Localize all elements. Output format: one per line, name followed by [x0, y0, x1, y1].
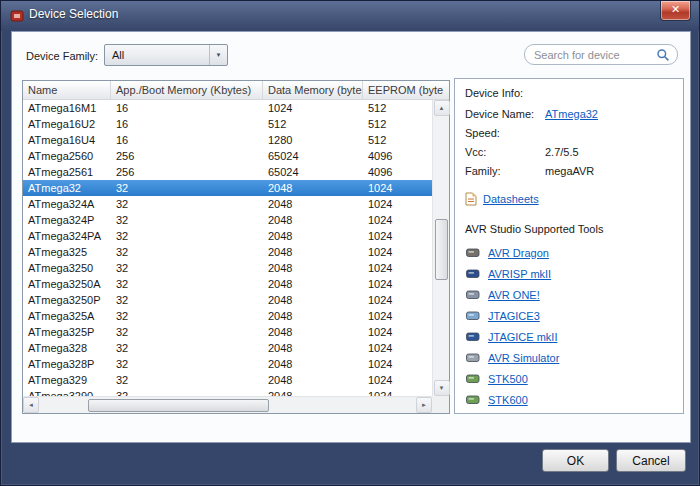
table-cell: ATmega325P: [23, 324, 111, 340]
search-input[interactable]: [534, 49, 656, 61]
info-field-row: Device Name:ATmega32: [465, 107, 673, 126]
table-cell: ATmega3250: [23, 260, 111, 276]
table-cell: 1024: [363, 356, 432, 372]
scroll-down-button[interactable]: ▼: [434, 380, 450, 396]
device-name-link[interactable]: ATmega32: [545, 107, 673, 126]
tool-link[interactable]: AVRISP mkII: [488, 268, 551, 280]
table-row[interactable]: ATmega2560256650244096: [23, 148, 432, 164]
table-row[interactable]: ATmega3250P3220481024: [23, 292, 432, 308]
table-cell: ATmega328: [23, 340, 111, 356]
scroll-left-icon: ◄: [28, 402, 34, 408]
table-cell: 2048: [263, 340, 363, 356]
table-row[interactable]: ATmega16U4161280512: [23, 132, 432, 148]
tool-link[interactable]: JTAGICE3: [488, 310, 540, 322]
table-cell: 32: [111, 212, 263, 228]
tool-link[interactable]: STK500: [488, 373, 528, 385]
device-info-panel: Device Info: Device Name:ATmega32Speed:V…: [454, 78, 684, 414]
table-cell: ATmega324P: [23, 212, 111, 228]
table-cell: 32: [111, 308, 263, 324]
column-header[interactable]: Name: [23, 81, 111, 99]
table-row[interactable]: ATmega3253220481024: [23, 244, 432, 260]
table-cell: 2048: [263, 228, 363, 244]
table-cell: 2048: [263, 244, 363, 260]
table-row[interactable]: ATmega32503220481024: [23, 260, 432, 276]
cancel-button[interactable]: Cancel: [616, 449, 686, 472]
table-cell: 256: [111, 148, 263, 164]
table-cell: 1024: [363, 324, 432, 340]
tool-link[interactable]: JTAGICE mkII: [488, 331, 557, 343]
scroll-left-button[interactable]: ◄: [23, 397, 39, 413]
table-cell: 32: [111, 292, 263, 308]
tool-item: JTAGICE3: [465, 305, 673, 326]
tool-link[interactable]: AVR ONE!: [488, 289, 540, 301]
horizontal-scroll-track[interactable]: [39, 397, 416, 413]
tool-link[interactable]: AVR Dragon: [488, 247, 549, 259]
table-row[interactable]: ATmega16U216512512: [23, 116, 432, 132]
info-field-label: Vcc:: [465, 145, 545, 164]
jtagice3-icon: [465, 309, 481, 322]
info-field-label: Speed:: [465, 126, 545, 145]
table-row[interactable]: ATmega3283220481024: [23, 340, 432, 356]
table-row[interactable]: ATmega324A3220481024: [23, 196, 432, 212]
table-row[interactable]: ATmega16M1161024512: [23, 100, 432, 116]
table-row[interactable]: ATmega3250A3220481024: [23, 276, 432, 292]
table-cell: 1024: [363, 308, 432, 324]
tool-link[interactable]: STK600: [488, 394, 528, 406]
vertical-scroll-track[interactable]: [433, 116, 449, 380]
chevron-down-icon: ▼: [209, 45, 227, 65]
horizontal-scrollbar[interactable]: ◄ ►: [23, 396, 432, 413]
tool-item: AVRISP mkII: [465, 263, 673, 284]
table-cell: 32: [111, 356, 263, 372]
info-fields: Device Name:ATmega32Speed:Vcc:2.7/5.5Fam…: [465, 107, 673, 183]
column-header[interactable]: EEPROM (byte: [363, 81, 449, 99]
table-row[interactable]: ATmega323220481024: [23, 180, 432, 196]
info-field-value: megaAVR: [545, 164, 673, 183]
scroll-right-icon: ►: [421, 402, 427, 408]
table-cell: 65024: [263, 164, 363, 180]
table-cell: 1024: [363, 372, 432, 388]
column-header[interactable]: Data Memory (bytes): [263, 81, 363, 99]
scroll-up-button[interactable]: ▲: [434, 100, 450, 116]
close-icon: ✕: [671, 3, 680, 15]
table-row[interactable]: ATmega2561256650244096: [23, 164, 432, 180]
table-row[interactable]: ATmega324PA3220481024: [23, 228, 432, 244]
table-cell: 32: [111, 196, 263, 212]
info-field-row: Vcc:2.7/5.5: [465, 145, 673, 164]
horizontal-scroll-thumb[interactable]: [88, 399, 269, 412]
device-info-title: Device Info:: [465, 87, 673, 99]
table-cell: 1024: [363, 276, 432, 292]
table-cell: 16: [111, 132, 263, 148]
avr-dragon-icon: [465, 246, 481, 259]
column-header[interactable]: App./Boot Memory (Kbytes): [111, 81, 263, 99]
dialog-content: Device Family: All ▼ NameApp./Boot Memor…: [11, 31, 691, 443]
search-icon[interactable]: [656, 48, 670, 62]
tool-link[interactable]: AVR Simulator: [488, 352, 559, 364]
table-cell: 512: [263, 116, 363, 132]
jtagice-mkii-icon: [465, 330, 481, 343]
table-cell: ATmega32: [23, 180, 111, 196]
scrollbar-corner: [432, 396, 449, 413]
table-row[interactable]: ATmega325P3220481024: [23, 324, 432, 340]
ok-button[interactable]: OK: [542, 449, 609, 472]
table-cell: 32: [111, 276, 263, 292]
vertical-scroll-thumb[interactable]: [435, 219, 448, 280]
table-row[interactable]: ATmega328P3220481024: [23, 356, 432, 372]
window-title: Device Selection: [29, 1, 118, 28]
table-row[interactable]: ATmega325A3220481024: [23, 308, 432, 324]
stk600-icon: [465, 393, 481, 406]
table-cell: 2048: [263, 292, 363, 308]
table-row[interactable]: ATmega324P3220481024: [23, 212, 432, 228]
table-cell: 2048: [263, 308, 363, 324]
scroll-right-button[interactable]: ►: [416, 397, 432, 413]
device-family-dropdown[interactable]: All ▼: [104, 44, 228, 66]
datasheets-link[interactable]: Datasheets: [483, 193, 539, 205]
table-row[interactable]: ATmega3293220481024: [23, 372, 432, 388]
scroll-down-icon: ▼: [439, 385, 445, 391]
table-cell: 1024: [363, 228, 432, 244]
table-cell: ATmega3250A: [23, 276, 111, 292]
table-row[interactable]: ATmega32903220481024: [23, 388, 432, 396]
table-cell: 2048: [263, 324, 363, 340]
table-cell: 32: [111, 244, 263, 260]
vertical-scrollbar[interactable]: ▲ ▼: [432, 100, 449, 396]
close-button[interactable]: ✕: [660, 1, 691, 21]
